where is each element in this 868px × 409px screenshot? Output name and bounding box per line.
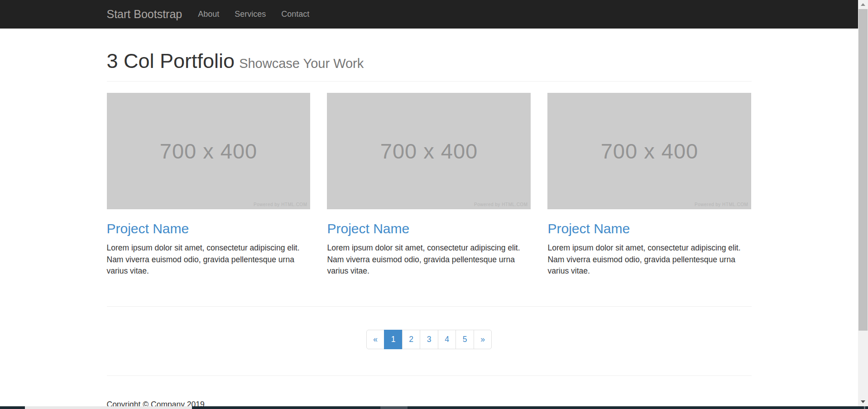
browser-viewport: Start Bootstrap About Services Contact xyxy=(0,0,868,409)
project-title-link-1[interactable]: Project Name xyxy=(107,221,189,236)
vertical-scrollbar[interactable] xyxy=(858,0,868,406)
nav-link-about[interactable]: About xyxy=(190,7,227,22)
pagination-page-5: 5 xyxy=(456,330,474,349)
bottom-bar-segment xyxy=(380,406,408,409)
scrollbar-up-arrow-icon[interactable] xyxy=(858,0,868,9)
projects-row: 700 x 400 Powered by HTML.COM Project Na… xyxy=(98,93,760,277)
bottom-bar-segment xyxy=(865,406,868,409)
navbar-brand[interactable]: Start Bootstrap xyxy=(107,8,182,21)
pagination-page-2: 2 xyxy=(403,330,421,349)
nav-item-contact: Contact xyxy=(273,7,317,22)
page-title-text: 3 Col Portfolio xyxy=(107,49,235,72)
project-description-1: Lorem ipsum dolor sit amet, consectetur … xyxy=(107,242,311,277)
bottom-bar-segment xyxy=(0,406,25,409)
bottom-bar-segment xyxy=(25,406,192,409)
bottom-bar-segment xyxy=(408,406,864,409)
placeholder-watermark: Powered by HTML.COM xyxy=(474,202,528,207)
pagination-next-link[interactable]: » xyxy=(474,330,492,349)
placeholder-dimensions: 700 x 400 xyxy=(160,139,257,164)
placeholder-image-1: 700 x 400 Powered by HTML.COM xyxy=(107,93,311,209)
pagination: « 1 2 3 4 5 » xyxy=(107,330,752,349)
pagination-page-2-link[interactable]: 2 xyxy=(402,330,421,349)
pagination-page-1: 1 xyxy=(384,330,403,349)
project-card-3: 700 x 400 Powered by HTML.COM Project Na… xyxy=(539,93,760,277)
project-card-1: 700 x 400 Powered by HTML.COM Project Na… xyxy=(98,93,319,277)
page-title: 3 Col PortfolioShowcase Your Work xyxy=(107,49,752,76)
project-title-link-3[interactable]: Project Name xyxy=(547,221,630,236)
pagination-prev-link[interactable]: « xyxy=(366,330,385,349)
nav-link-contact[interactable]: Contact xyxy=(273,7,317,22)
placeholder-watermark: Powered by HTML.COM xyxy=(695,202,748,207)
navbar: Start Bootstrap About Services Contact xyxy=(0,0,858,29)
nav-item-about: About xyxy=(190,7,227,22)
project-card-2: 700 x 400 Powered by HTML.COM Project Na… xyxy=(319,93,539,277)
pagination-prev: « xyxy=(366,330,385,349)
placeholder-dimensions: 700 x 400 xyxy=(601,139,698,164)
placeholder-image-2: 700 x 400 Powered by HTML.COM xyxy=(327,93,531,209)
navbar-links: About Services Contact xyxy=(190,7,317,22)
nav-item-services: Services xyxy=(227,7,273,22)
bottom-edge-bar xyxy=(0,406,868,409)
scrollbar-thumb[interactable] xyxy=(858,9,868,331)
pagination-next: » xyxy=(474,330,492,349)
pagination-page-3: 3 xyxy=(420,330,438,349)
project-description-3: Lorem ipsum dolor sit amet, consectetur … xyxy=(547,242,751,277)
nav-link-services[interactable]: Services xyxy=(227,7,273,22)
project-image-link-1[interactable]: 700 x 400 Powered by HTML.COM xyxy=(107,93,311,209)
page-header: 3 Col PortfolioShowcase Your Work xyxy=(107,49,752,82)
pagination-page-4: 4 xyxy=(438,330,456,349)
divider-after-projects xyxy=(107,306,752,307)
page: Start Bootstrap About Services Contact xyxy=(0,0,858,409)
main-container: 3 Col PortfolioShowcase Your Work 700 x … xyxy=(107,49,752,409)
divider-before-footer xyxy=(107,375,752,376)
project-title-link-2[interactable]: Project Name xyxy=(327,221,409,236)
project-image-link-2[interactable]: 700 x 400 Powered by HTML.COM xyxy=(327,93,531,209)
project-image-link-3[interactable]: 700 x 400 Powered by HTML.COM xyxy=(547,93,751,209)
navbar-inner: Start Bootstrap About Services Contact xyxy=(107,7,752,22)
pagination-page-1-link[interactable]: 1 xyxy=(384,330,403,349)
pagination-page-3-link[interactable]: 3 xyxy=(420,330,438,349)
placeholder-dimensions: 700 x 400 xyxy=(380,139,478,164)
bottom-bar-segment xyxy=(192,406,380,409)
placeholder-image-3: 700 x 400 Powered by HTML.COM xyxy=(547,93,751,209)
pagination-page-4-link[interactable]: 4 xyxy=(438,330,456,349)
page-subtitle: Showcase Your Work xyxy=(239,56,364,71)
project-description-2: Lorem ipsum dolor sit amet, consectetur … xyxy=(327,242,531,277)
placeholder-watermark: Powered by HTML.COM xyxy=(254,202,307,207)
pagination-page-5-link[interactable]: 5 xyxy=(456,330,474,349)
scrollbar-down-arrow-icon[interactable] xyxy=(858,397,868,406)
